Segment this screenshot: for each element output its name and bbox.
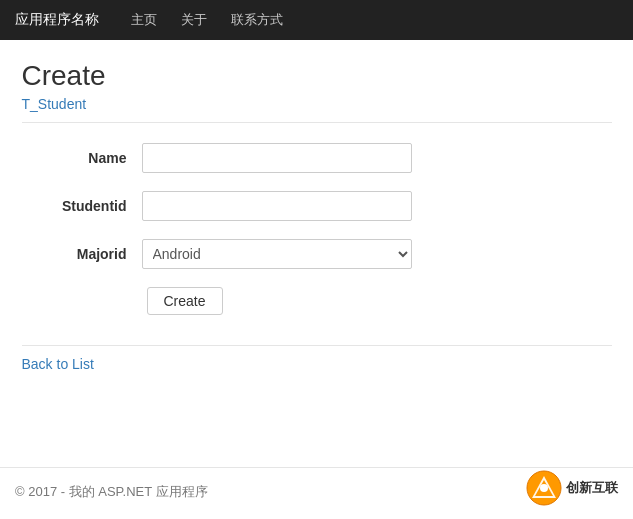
navbar-item-contact: 联系方式 bbox=[219, 0, 295, 40]
navbar-link-contact[interactable]: 联系方式 bbox=[219, 0, 295, 40]
footer-copyright: © 2017 - 我的 ASP.NET 应用程序 bbox=[15, 484, 208, 499]
back-to-list-link[interactable]: Back to List bbox=[22, 356, 94, 372]
brand-logo-icon bbox=[526, 470, 562, 506]
studentid-label: Studentid bbox=[22, 198, 142, 214]
create-form: Name Studentid Majorid Android iOS Java … bbox=[22, 123, 612, 345]
name-input[interactable] bbox=[142, 143, 412, 173]
navbar-link-about[interactable]: 关于 bbox=[169, 0, 219, 40]
navbar-link-home[interactable]: 主页 bbox=[119, 0, 169, 40]
studentid-field-group: Studentid bbox=[22, 191, 612, 221]
majorid-select[interactable]: Android iOS Java PHP bbox=[142, 239, 412, 269]
form-actions: Create bbox=[142, 287, 612, 315]
footer: © 2017 - 我的 ASP.NET 应用程序 创新互联 bbox=[0, 467, 633, 516]
navbar-item-about: 关于 bbox=[169, 0, 219, 40]
navbar-item-home: 主页 bbox=[119, 0, 169, 40]
majorid-field-group: Majorid Android iOS Java PHP bbox=[22, 239, 612, 269]
studentid-input[interactable] bbox=[142, 191, 412, 221]
name-field-group: Name bbox=[22, 143, 612, 173]
majorid-label: Majorid bbox=[22, 246, 142, 262]
navbar-links: 主页 关于 联系方式 bbox=[119, 0, 295, 40]
back-link-section: Back to List bbox=[22, 345, 612, 387]
svg-point-3 bbox=[540, 484, 548, 492]
page-subtitle: T_Student bbox=[22, 96, 612, 123]
create-button[interactable]: Create bbox=[147, 287, 223, 315]
navbar: 应用程序名称 主页 关于 联系方式 bbox=[0, 0, 633, 40]
main-container: Create T_Student Name Studentid Majorid … bbox=[7, 40, 627, 387]
navbar-brand[interactable]: 应用程序名称 bbox=[15, 11, 99, 29]
footer-logo: 创新互联 bbox=[526, 470, 618, 506]
name-label: Name bbox=[22, 150, 142, 166]
page-heading: Create bbox=[22, 60, 612, 92]
footer-logo-text: 创新互联 bbox=[566, 479, 618, 497]
